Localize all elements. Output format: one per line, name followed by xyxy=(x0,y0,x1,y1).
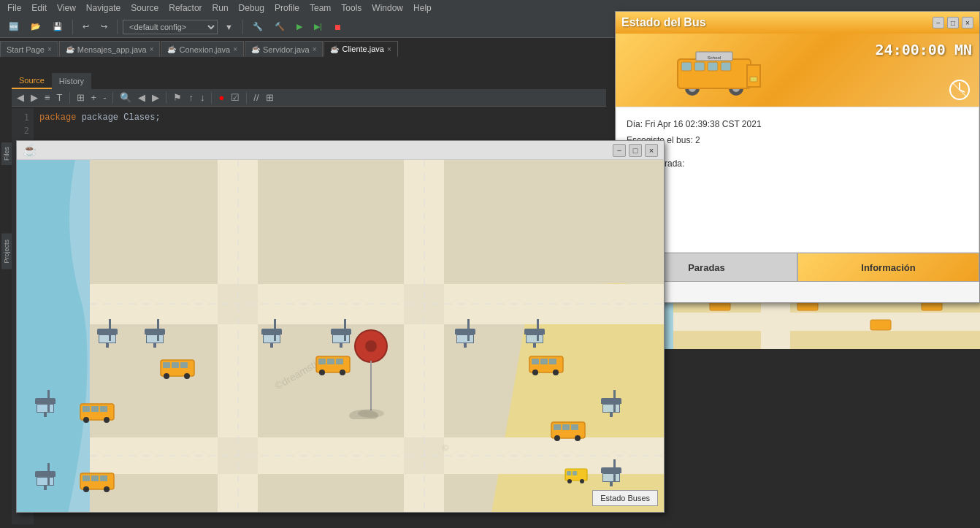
svg-rect-8 xyxy=(327,359,334,364)
editor-member-btn[interactable]: ≡ xyxy=(42,91,53,104)
tab-startpage[interactable]: Start Page × xyxy=(0,41,58,57)
tab-mensajes-icon: ☕ xyxy=(66,45,74,53)
menu-source[interactable]: Source xyxy=(126,1,163,15)
editor-sep xyxy=(69,92,70,104)
source-history-tabs: Source History xyxy=(12,73,91,89)
editor-find-btn[interactable]: 🔍 xyxy=(118,91,134,104)
tab-servidor-close[interactable]: × xyxy=(313,45,317,53)
editor-collapse-btn[interactable]: - xyxy=(101,91,108,104)
editor-expand-btn[interactable]: + xyxy=(89,91,99,104)
svg-point-69 xyxy=(358,409,384,418)
map-close-btn[interactable]: × xyxy=(645,144,658,157)
toolbar-undo-btn[interactable]: ↩ xyxy=(78,20,93,34)
tab-cliente[interactable]: ☕ Cliente.java × xyxy=(324,41,397,57)
source-tab[interactable]: Source xyxy=(12,73,52,89)
bus-status-minimize-btn[interactable]: − xyxy=(933,17,944,28)
editor-nav-next-btn[interactable]: ▶ xyxy=(150,91,161,104)
source-tab-label: Source xyxy=(19,76,45,85)
menu-refactor[interactable]: Refactor xyxy=(164,1,206,15)
bus-1[interactable] xyxy=(159,357,196,380)
tab-cliente-close[interactable]: × xyxy=(387,45,391,53)
editor-format-btn[interactable]: ⊞ xyxy=(264,91,276,104)
toolbar-stop-btn[interactable]: ⏹ xyxy=(329,20,346,34)
informacion-button[interactable]: Información xyxy=(797,253,979,282)
time-display: 24:00:00 MN xyxy=(876,41,972,58)
svg-rect-7 xyxy=(318,359,326,364)
editor-forward-btn[interactable]: ▶ xyxy=(28,91,40,104)
svg-rect-19 xyxy=(83,406,90,412)
menu-help[interactable]: Help xyxy=(409,1,436,15)
toolbar-save-btn[interactable]: 💾 xyxy=(48,20,67,34)
map-maximize-btn[interactable]: □ xyxy=(629,144,642,157)
editor-breakpoint-btn[interactable]: ● xyxy=(216,91,226,104)
bus-stop-6[interactable] xyxy=(524,324,545,348)
menu-team[interactable]: Team xyxy=(305,1,335,15)
estado-buses-button[interactable]: Estado Buses xyxy=(592,490,658,506)
toolbar-run-btn[interactable]: ▶ xyxy=(292,20,307,34)
editor-type-btn[interactable]: T xyxy=(55,91,65,104)
toolbar-debug-btn[interactable]: ▶| xyxy=(310,20,326,34)
config-dropdown[interactable]: <default config> xyxy=(123,20,218,34)
tab-conexion-close[interactable]: × xyxy=(233,45,237,53)
bus-stop-7[interactable] xyxy=(35,394,55,417)
menu-navigate[interactable]: Navigate xyxy=(82,1,125,15)
school-sign-text: School xyxy=(708,56,721,60)
menu-window[interactable]: Window xyxy=(367,1,407,15)
bus-stop-5[interactable] xyxy=(455,324,475,348)
toolbar-redo-btn[interactable]: ↪ xyxy=(96,20,112,34)
tab-conexion[interactable]: ☕ Conexion.java × xyxy=(161,41,244,57)
svg-rect-93 xyxy=(681,62,692,71)
menu-edit[interactable]: Edit xyxy=(27,1,51,15)
toolbar-sep-1 xyxy=(72,20,73,34)
editor-prev-book-btn[interactable]: ↑ xyxy=(186,91,196,104)
menu-tools[interactable]: Tools xyxy=(337,1,366,15)
tab-mensajes[interactable]: ☕ Mensajes_app.java × xyxy=(59,41,161,57)
map-minimize-btn[interactable]: − xyxy=(613,144,626,157)
bus-stop-2[interactable] xyxy=(145,324,165,348)
editor-comment-btn[interactable]: // xyxy=(251,91,261,104)
bus-3[interactable] xyxy=(528,353,564,377)
editor-back-btn[interactable]: ◀ xyxy=(15,91,26,104)
bus-6[interactable] xyxy=(79,470,115,494)
menu-view[interactable]: View xyxy=(53,1,80,15)
projects-sidebar-label[interactable]: Projects xyxy=(1,234,12,269)
menu-profile[interactable]: Profile xyxy=(270,1,304,15)
tab-cliente-label: Cliente.java xyxy=(342,45,383,53)
bus-stop-8[interactable] xyxy=(601,394,621,417)
bus-2[interactable] xyxy=(315,353,351,377)
bus-4[interactable] xyxy=(79,401,115,424)
editor-task-btn[interactable]: ☑ xyxy=(229,91,242,104)
svg-rect-32 xyxy=(91,475,99,481)
taxi-1[interactable] xyxy=(564,467,588,484)
toolbar-open-btn[interactable]: 📂 xyxy=(26,20,45,34)
files-sidebar-label[interactable]: Files xyxy=(1,142,12,165)
editor-toggle-btn[interactable]: ⊞ xyxy=(74,91,87,104)
bus-stop-3[interactable] xyxy=(261,324,282,348)
editor-next-book-btn[interactable]: ↓ xyxy=(198,91,207,104)
toolbar-build-btn[interactable]: 🔨 xyxy=(270,20,289,34)
svg-rect-106 xyxy=(673,313,980,331)
bus-status-footer: Paradas Información xyxy=(616,253,979,282)
svg-rect-62 xyxy=(573,471,577,475)
toolbar-new-btn[interactable]: 🆕 xyxy=(4,20,23,34)
toolbar-config-btn[interactable]: ▼ xyxy=(221,20,237,34)
bus-stop-4[interactable] xyxy=(331,324,351,348)
tab-startpage-close[interactable]: × xyxy=(47,45,52,53)
bus-status-close-btn[interactable]: × xyxy=(962,17,973,28)
bus-5[interactable] xyxy=(550,419,586,443)
svg-rect-2 xyxy=(172,362,179,368)
bus-stop-1[interactable] xyxy=(97,324,118,348)
editor-bookmark-btn[interactable]: ⚑ xyxy=(171,91,184,104)
tab-servidor[interactable]: ☕ Servidor.java × xyxy=(245,41,323,57)
menu-run[interactable]: Run xyxy=(208,1,233,15)
bus-stop-10[interactable] xyxy=(601,463,621,486)
bus-status-maximize-btn[interactable]: □ xyxy=(947,17,959,28)
toolbar-tools-btn[interactable]: 🔧 xyxy=(248,20,267,34)
history-tab[interactable]: History xyxy=(52,73,91,89)
editor-nav-prev-btn[interactable]: ◀ xyxy=(136,91,148,104)
bus-stop-9[interactable] xyxy=(35,467,55,490)
tab-mensajes-close[interactable]: × xyxy=(150,45,154,53)
menu-debug[interactable]: Debug xyxy=(234,1,269,15)
editor-sep5 xyxy=(246,92,247,104)
menu-file[interactable]: File xyxy=(3,1,26,15)
